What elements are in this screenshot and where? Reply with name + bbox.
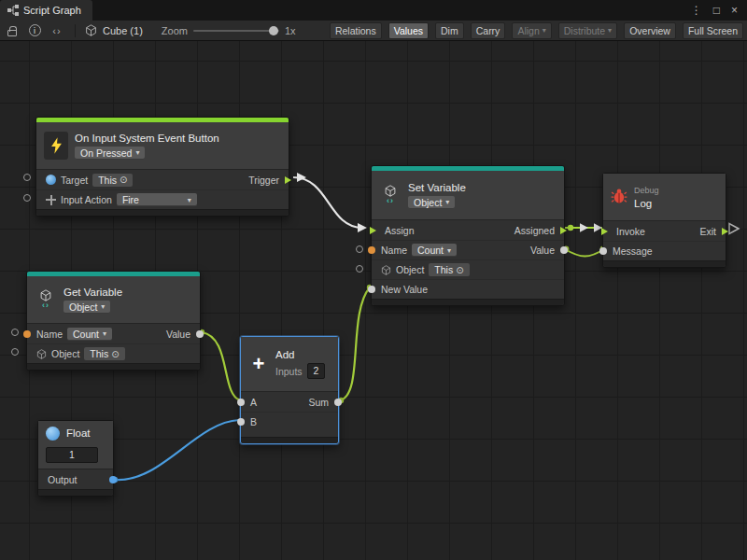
wire-trigger-assign (293, 177, 362, 228)
info-icon[interactable]: i (26, 22, 43, 39)
maximize-icon[interactable]: □ (713, 4, 720, 17)
target-port-label: Target (61, 175, 88, 186)
chevron-down-icon: ▾ (543, 27, 546, 35)
node-footer (241, 437, 338, 443)
invoke-port[interactable] (601, 228, 608, 235)
chevron-down-icon: ▾ (608, 27, 612, 35)
value-output-port[interactable] (196, 330, 204, 338)
variable-scope-dropdown[interactable]: Object▾ (63, 301, 110, 314)
tab-script-graph[interactable]: Script Graph (0, 0, 92, 21)
port-hollow[interactable] (23, 194, 31, 202)
assign-port[interactable] (370, 227, 376, 234)
chevron-down-icon: ▾ (103, 329, 106, 338)
overview-button[interactable]: Overview (624, 22, 676, 39)
name-port[interactable] (368, 246, 375, 254)
plus-icon: + (248, 352, 269, 376)
node-float[interactable]: Float 1 Output (37, 420, 114, 497)
float-value-field[interactable]: 1 (46, 447, 98, 463)
invoke-port-row: Invoke Exit (603, 221, 726, 241)
distribute-button[interactable]: Distribute▾ (558, 22, 617, 39)
input-action-icon (46, 195, 56, 205)
exit-port[interactable] (722, 228, 728, 235)
inputs-count-field[interactable]: 2 (307, 363, 326, 379)
node-title: Log (634, 198, 659, 209)
port-hollow[interactable] (23, 174, 31, 181)
object-self-chip[interactable]: This⊙ (84, 347, 124, 360)
input-action-dropdown[interactable]: Fire▾ (117, 193, 197, 206)
sum-port[interactable] (334, 399, 342, 406)
graph-toolbar: i ‹› Cube (1) Zoom 1x Relations Values D… (0, 21, 747, 41)
variable-icon: ‹› (35, 289, 57, 310)
object-port-row: Object This⊙ (372, 259, 564, 279)
a-port[interactable] (237, 399, 245, 406)
dim-button[interactable]: Dim (435, 22, 464, 39)
node-title: Set Variable (408, 182, 466, 193)
name-port-row: Name Count▾ Value (27, 324, 200, 343)
close-icon[interactable]: × (731, 4, 738, 17)
node-footer (36, 209, 289, 216)
event-mode-dropdown[interactable]: On Pressed▾ (75, 147, 145, 160)
a-port-row: A Sum (241, 392, 338, 412)
node-footer (372, 299, 564, 305)
zoom-slider-handle[interactable] (269, 26, 278, 35)
values-button[interactable]: Values (388, 22, 429, 39)
node-title: Add (275, 349, 325, 360)
node-title: Get Variable (63, 287, 122, 298)
variable-name-dropdown[interactable]: Count▾ (412, 244, 457, 257)
lock-icon[interactable] (4, 22, 21, 39)
align-button[interactable]: Align▾ (512, 22, 551, 39)
chevron-down-icon: ▾ (101, 302, 105, 311)
assign-port-row: Assign Assigned (372, 220, 564, 240)
value-output-port[interactable] (560, 246, 568, 254)
target-icon: ⊙ (456, 265, 463, 275)
port-hollow[interactable] (356, 245, 363, 253)
graph-icon (7, 5, 19, 16)
variable-name-dropdown[interactable]: Count▾ (67, 328, 112, 341)
b-port[interactable] (237, 418, 245, 426)
variable-icon: ‹› (379, 185, 402, 205)
node-title: Float (66, 427, 91, 439)
name-port[interactable] (23, 330, 31, 338)
target-self-chip[interactable]: This⊙ (92, 174, 133, 187)
node-on-input-system-event-button[interactable]: On Input System Event Button On Pressed▾… (35, 117, 289, 217)
new-value-port[interactable] (368, 286, 375, 293)
input-action-port-row: Input Action Fire▾ (36, 189, 289, 209)
toolbar-divider (75, 24, 76, 37)
node-set-variable[interactable]: ‹› Set Variable Object▾ Assign Assigned … (371, 165, 565, 306)
chevron-down-icon: ▾ (447, 246, 451, 255)
object-self-chip[interactable]: This⊙ (429, 263, 469, 276)
target-icon: ⊙ (120, 175, 127, 185)
graph-target-label[interactable]: Cube (1) (103, 25, 143, 36)
trigger-port[interactable] (285, 176, 291, 184)
object-icon (36, 349, 47, 359)
node-get-variable[interactable]: ‹› Get Variable Object▾ Name Count▾ Valu… (26, 271, 201, 371)
lightning-icon (44, 132, 68, 160)
zoom-slider[interactable] (193, 30, 279, 32)
gameobject-icon (46, 175, 56, 185)
input-action-label: Input Action (61, 194, 112, 205)
port-hollow[interactable] (11, 348, 19, 356)
collapse-icon[interactable]: ‹› (49, 22, 65, 39)
object-icon (381, 265, 391, 275)
node-footer (603, 260, 726, 267)
tab-label: Script Graph (23, 5, 81, 16)
assigned-port[interactable] (560, 227, 567, 234)
menu-icon[interactable]: ⋮ (691, 4, 702, 17)
carry-button[interactable]: Carry (471, 22, 506, 39)
chevron-down-icon: ▾ (135, 148, 139, 157)
target-icon: ⊙ (111, 349, 119, 359)
message-port[interactable] (599, 247, 607, 255)
node-debug-log[interactable]: Debug Log Invoke Exit Message (602, 173, 726, 268)
port-hollow[interactable] (356, 265, 363, 273)
graph-canvas[interactable]: On Input System Event Button On Pressed▾… (0, 41, 747, 560)
output-port[interactable] (109, 476, 117, 483)
wire-getvalue-a (202, 332, 241, 400)
output-port-row: Output (38, 469, 113, 489)
zoom-value: 1x (285, 25, 296, 36)
new-value-port-row: New Value (372, 279, 564, 299)
port-hollow[interactable] (11, 329, 19, 336)
node-add[interactable]: + Add Inputs 2 A Sum B (240, 336, 339, 444)
relations-button[interactable]: Relations (330, 22, 382, 39)
variable-scope-dropdown[interactable]: Object▾ (408, 196, 455, 209)
fullscreen-button[interactable]: Full Screen (683, 22, 743, 39)
